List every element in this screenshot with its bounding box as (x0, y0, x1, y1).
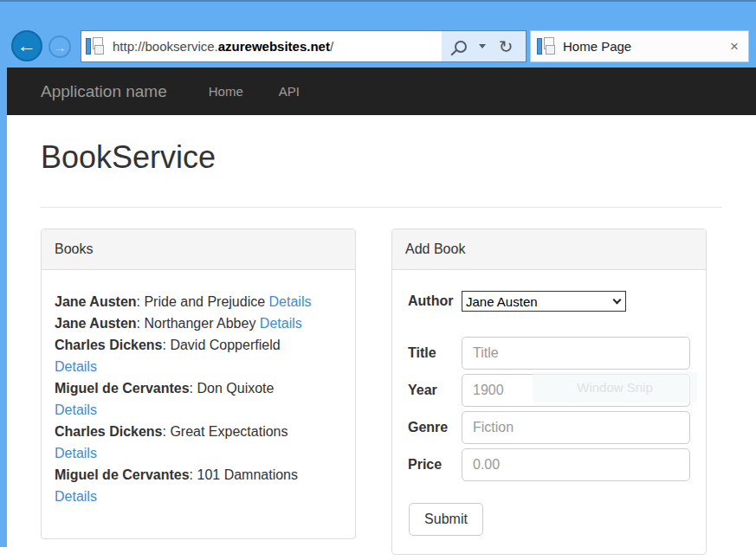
chevron-down-icon (613, 295, 622, 304)
tab-favicon-icon (537, 37, 556, 56)
book-author: Miguel de Cervantes (55, 381, 190, 396)
nav-link-home[interactable]: Home (209, 84, 243, 99)
price-input[interactable] (462, 448, 690, 481)
year-input[interactable] (462, 374, 690, 407)
book-author: Charles Dickens (55, 338, 163, 352)
app-navbar: Application name Home API (7, 68, 756, 115)
form-field-row: Title (408, 337, 690, 370)
books-list: Jane Austen: Pride and Prejudice Details… (42, 270, 355, 538)
search-icon[interactable] (455, 41, 467, 53)
add-book-panel: Add Book Author Jane Austen TitleYearGen… (391, 229, 707, 555)
search-dropdown-caret-icon[interactable] (479, 44, 486, 48)
add-book-form: Author Jane Austen TitleYearGenrePrice S… (392, 270, 706, 554)
book-details-link[interactable]: Details (55, 359, 97, 374)
form-field-row: Price (408, 448, 690, 481)
page-favicon-icon (86, 37, 105, 56)
back-arrow-icon: ← (17, 35, 36, 57)
book-details-link[interactable]: Details (260, 316, 302, 331)
book-author: Charles Dickens (55, 424, 163, 439)
author-select-value: Jane Austen (466, 294, 538, 309)
title-divider (41, 207, 722, 208)
submit-button[interactable]: Submit (409, 503, 483, 536)
forward-arrow-icon: → (54, 40, 67, 55)
book-details-link[interactable]: Details (269, 294, 312, 309)
forward-button[interactable]: → (48, 35, 71, 58)
book-details-link[interactable]: Details (55, 489, 97, 504)
author-select[interactable]: Jane Austen (462, 291, 626, 312)
book-list-item: Jane Austen: Pride and Prejudice Details (55, 291, 342, 312)
navbar-brand[interactable]: Application name (41, 82, 167, 101)
add-book-panel-title: Add Book (392, 229, 706, 270)
refresh-icon[interactable]: ↻ (499, 38, 514, 55)
title-input[interactable] (462, 337, 690, 370)
book-author: Miguel de Cervantes (55, 467, 190, 482)
book-list-item: Jane Austen: Northanger Abbey Details (55, 312, 342, 334)
tab-close-icon[interactable]: × (730, 39, 739, 54)
form-fields: TitleYearGenrePrice (408, 337, 690, 481)
books-panel: Books Jane Austen: Pride and Prejudice D… (41, 229, 356, 539)
url-text[interactable]: http://bookservice.azurewebsites.net/ (113, 39, 333, 54)
genre-label: Genre (408, 420, 462, 435)
book-author: Jane Austen (55, 294, 137, 309)
form-field-row: Year (408, 374, 690, 407)
book-details-link[interactable]: Details (55, 402, 97, 417)
window-left-border (0, 68, 7, 547)
nav-link-api[interactable]: API (279, 84, 300, 99)
price-label: Price (408, 457, 462, 473)
genre-input[interactable] (462, 411, 690, 444)
book-list-item: Miguel de Cervantes: Don QuixoteDetails (55, 377, 342, 421)
book-author: Jane Austen (55, 316, 137, 331)
page-content: BookService Books Jane Austen: Pride and… (7, 115, 756, 555)
tab-title: Home Page (563, 39, 631, 54)
book-details-link[interactable]: Details (55, 446, 97, 460)
year-label: Year (408, 383, 462, 398)
title-label: Title (408, 345, 462, 361)
book-list-item: Charles Dickens: David CopperfieldDetail… (55, 334, 342, 377)
book-list-item: Charles Dickens: Great ExpectationsDetai… (55, 421, 342, 464)
books-panel-title: Books (42, 229, 355, 270)
book-list-item: Miguel de Cervantes: 101 DamnationsDetai… (55, 464, 342, 507)
back-button[interactable]: ← (11, 30, 42, 61)
address-bar[interactable]: http://bookservice.azurewebsites.net/ ↻ (81, 30, 527, 62)
form-field-row: Genre (408, 411, 690, 444)
browser-tab[interactable]: Home Page × (530, 30, 749, 62)
page-title: BookService (41, 139, 722, 176)
browser-chrome: ← → http://bookservice.azurewebsites.net… (0, 0, 756, 68)
address-bar-buttons: ↻ (442, 31, 526, 61)
author-label: Author (408, 293, 462, 309)
